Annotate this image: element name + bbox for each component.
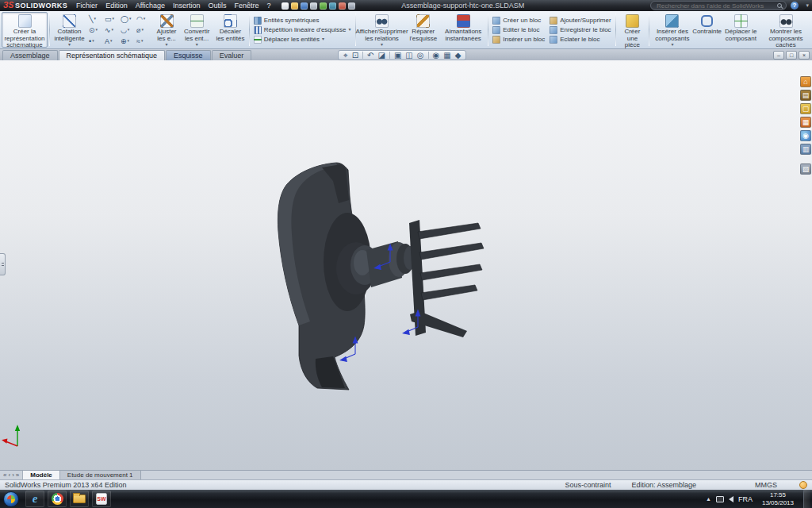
move-component-button[interactable]: Déplacer le composant — [721, 12, 761, 48]
options-gear-icon[interactable] — [348, 2, 355, 10]
document-minimize-button[interactable]: – — [773, 51, 784, 60]
hide-show-items-icon[interactable]: ◎ — [417, 51, 424, 60]
arc-tool-icon[interactable]: ◠▾ — [136, 13, 151, 25]
view-palette-icon[interactable]: ▦ — [800, 117, 811, 128]
pattern-tool-icon[interactable]: ⊕▾ — [121, 36, 136, 47]
convert-entities-button[interactable]: Convertir les ent... ▾ — [180, 12, 213, 48]
offset-entities-button[interactable]: Décaler les entités — [213, 12, 247, 48]
help-search-box — [650, 1, 787, 10]
view-settings-icon[interactable]: ◆ — [455, 51, 462, 60]
file-explorer-button[interactable] — [70, 491, 89, 507]
rebuild-icon[interactable] — [339, 2, 346, 10]
new-document-icon[interactable] — [282, 2, 289, 10]
tab-scroll-prev-icon[interactable]: ‹ — [8, 471, 10, 479]
display-tray-icon[interactable] — [716, 496, 724, 502]
mirror-entities-button[interactable]: Entités symétriques — [254, 17, 351, 25]
solidworks-taskbar-button[interactable]: SW — [92, 491, 111, 507]
undo-icon[interactable] — [320, 2, 327, 10]
internet-explorer-button[interactable]: e — [25, 491, 44, 507]
quick-tips-icon[interactable] — [799, 481, 807, 489]
file-explorer-icon[interactable]: ▢ — [800, 103, 811, 114]
save-icon[interactable] — [301, 2, 308, 10]
menu-edition[interactable]: Edition — [102, 0, 132, 11]
apply-scene-icon[interactable]: ▦ — [443, 51, 450, 60]
zoom-to-area-icon[interactable]: ⊡ — [352, 51, 358, 60]
tab-representation-schematique[interactable]: Représentation schématique — [59, 50, 166, 60]
smart-dimension-button[interactable]: Cotation intelligente ▾ — [52, 12, 87, 48]
tray-expand-icon[interactable]: ▲ — [706, 496, 711, 502]
tab-scroll-first-icon[interactable]: « — [3, 471, 6, 479]
tab-scroll-next-icon[interactable]: › — [12, 471, 14, 479]
rectangle-tool-icon[interactable]: ▭▾ — [105, 13, 120, 25]
construction-tool-icon[interactable]: ≈▾ — [136, 36, 151, 47]
previous-view-icon[interactable]: ↶ — [367, 51, 373, 60]
circle-tool-icon[interactable]: ◯▾ — [121, 13, 136, 25]
repair-sketch-button[interactable]: Réparer l'esquisse — [407, 12, 441, 48]
search-icon[interactable] — [777, 3, 782, 8]
tab-modele[interactable]: Modèle — [23, 471, 60, 479]
document-recovery-icon[interactable]: ▧ — [800, 164, 811, 175]
line-tool-icon[interactable]: ╲▾ — [89, 13, 104, 25]
explode-block-button[interactable]: Eclater le bloc — [550, 36, 611, 44]
zoom-to-fit-icon[interactable]: ⌖ — [343, 51, 348, 60]
chrome-button[interactable] — [48, 491, 67, 507]
tab-evaluer[interactable]: Evaluer — [212, 50, 252, 60]
trim-entities-button[interactable]: Ajuster les e... ▾ — [153, 12, 180, 48]
menu-fenetre[interactable]: Fenêtre — [231, 0, 263, 11]
open-icon[interactable] — [291, 2, 298, 10]
custom-properties-icon[interactable]: ▥ — [800, 144, 811, 155]
feature-manager-collapsed-handle[interactable] — [0, 253, 6, 275]
fillet-tool-icon[interactable]: ◡▾ — [121, 25, 136, 36]
volume-icon[interactable] — [729, 496, 733, 502]
tool-glyph: ◡ — [121, 25, 127, 36]
mate-button[interactable]: Contrainte — [694, 12, 721, 48]
redo-icon[interactable] — [329, 2, 336, 10]
design-library-icon[interactable]: ▤ — [800, 90, 811, 101]
create-schematic-button[interactable]: Créer la représentation schématique — [2, 12, 48, 48]
tab-assemblage[interactable]: Assemblage — [2, 50, 58, 60]
add-remove-button[interactable]: Ajouter/Supprimer — [550, 17, 611, 25]
help-search-input[interactable] — [655, 2, 775, 10]
language-indicator[interactable]: FRA — [738, 495, 753, 503]
display-style-icon[interactable]: ◫ — [405, 51, 412, 60]
ellipse-tool-icon[interactable]: ⊙▾ — [89, 25, 104, 36]
show-hidden-components-button[interactable]: Montrer les composants cachés — [761, 12, 810, 48]
insert-block-button[interactable]: Insérer un bloc — [492, 36, 545, 44]
instant-snaps-button[interactable]: Aimantations instantanées — [440, 12, 486, 48]
section-view-icon[interactable]: ◪ — [377, 51, 385, 60]
menu-insertion[interactable]: Insertion — [169, 0, 205, 11]
start-button[interactable] — [3, 491, 19, 507]
show-desktop-button[interactable] — [803, 490, 810, 508]
spline-tool-icon[interactable]: ∿▾ — [105, 25, 120, 36]
search-options-chevron-icon[interactable]: ▾ — [806, 0, 809, 11]
linear-pattern-button[interactable]: Répétition linéaire d'esquisse ▾ — [254, 26, 351, 34]
slot-tool-icon[interactable]: ⌀▾ — [136, 25, 151, 36]
appearances-scenes-icon[interactable]: ◉ — [800, 130, 811, 141]
create-part-button[interactable]: Créer une pièce ▾ — [618, 12, 648, 48]
units-status[interactable]: MMGS — [755, 481, 777, 489]
document-close-button[interactable]: × — [799, 51, 810, 60]
save-block-button[interactable]: Enregistrer le bloc — [550, 26, 611, 34]
menu-help[interactable]: ? — [263, 0, 275, 11]
help-icon[interactable]: ? — [791, 2, 799, 10]
menu-outils[interactable]: Outils — [205, 0, 231, 11]
make-block-button[interactable]: Créer un bloc — [492, 17, 545, 25]
document-restore-button[interactable]: □ — [786, 51, 797, 60]
edit-block-button[interactable]: Editer le bloc — [492, 26, 545, 34]
taskbar-clock[interactable]: 17:55 13/05/2013 — [757, 491, 799, 506]
print-icon[interactable] — [310, 2, 317, 10]
solidworks-resources-icon[interactable]: ⌂ — [800, 76, 811, 87]
edit-appearance-icon[interactable]: ◉ — [433, 51, 440, 60]
tab-esquisse[interactable]: Esquisse — [166, 50, 211, 60]
graphics-area[interactable]: ⌂ ▤ ▢ ▦ ◉ ▥ ▧ — [0, 60, 812, 470]
menu-affichage[interactable]: Affichage — [132, 0, 169, 11]
tab-scroll-last-icon[interactable]: » — [16, 471, 19, 479]
display-relations-button[interactable]: Afficher/Supprimer les relations ▾ — [358, 12, 407, 48]
tab-etude-de-mouvement[interactable]: Etude de mouvement 1 — [60, 471, 141, 479]
insert-components-button[interactable]: Insérer des composants ▾ — [651, 12, 693, 48]
move-entities-button[interactable]: Déplacer les entités ▾ — [254, 36, 351, 44]
menu-fichier[interactable]: Fichier — [72, 0, 102, 11]
point-tool-icon[interactable]: •▾ — [89, 36, 104, 47]
view-orientation-icon[interactable]: ▣ — [394, 51, 401, 60]
text-tool-icon[interactable]: A▾ — [105, 36, 120, 47]
